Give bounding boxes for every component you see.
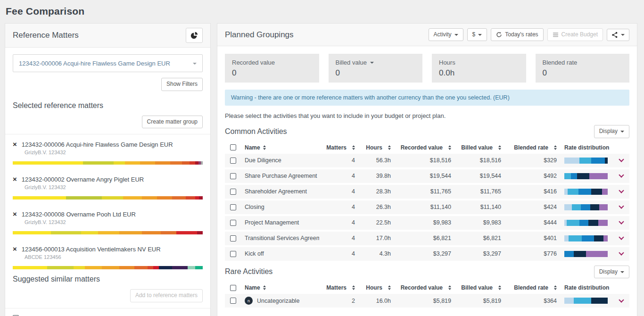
currency-dropdown-button[interactable]: $ [467, 28, 487, 42]
suggested-matters-heading: Suggested similar matters [13, 275, 203, 283]
chevron-down-icon [619, 234, 624, 240]
sort-icon [498, 145, 501, 150]
todays-rates-button[interactable]: Today's rates [491, 28, 543, 42]
expand-row-button[interactable] [613, 247, 629, 261]
billed-value: $11,140 [455, 204, 505, 210]
share-button[interactable] [607, 29, 629, 41]
row-checkbox[interactable] [230, 220, 236, 226]
expand-row-button[interactable] [613, 232, 629, 245]
activity-dropdown-button[interactable]: Activity [429, 28, 463, 42]
matter-client: ABCDE 123456 [25, 254, 203, 260]
chevron-down-icon [619, 188, 624, 193]
hours-value: 56.3h [359, 157, 395, 164]
reference-matter-select[interactable]: 123432-000006 Acqui-hire Flawless Game D… [13, 54, 203, 72]
create-budget-button[interactable]: Create Budget [547, 28, 603, 42]
distribution-bar [564, 158, 608, 164]
stat-value: 0 [336, 68, 416, 78]
row-checkbox[interactable] [230, 235, 236, 241]
row-checkbox[interactable] [230, 158, 236, 164]
matter-title: 123432-000002 Overname Angry Piglet EUR [22, 176, 144, 183]
chevron-down-icon [193, 63, 197, 65]
remove-matter-icon[interactable]: × [13, 246, 17, 252]
remove-matter-icon[interactable]: × [13, 176, 17, 182]
matter-client: GrizlyB.V. 123432 [25, 219, 203, 225]
column-header-billed-value[interactable]: Billed value [455, 144, 505, 151]
expand-row-button[interactable] [613, 216, 629, 230]
matter-item: 123432-000004 Acqui-hire Donkey Kong GBP… [13, 308, 203, 316]
currency-warning: Warning - there are one or more referenc… [225, 90, 629, 106]
column-header-blended-rate[interactable]: Blended rate [505, 284, 561, 291]
toolbar: Activity $ Today [429, 28, 629, 42]
recorded-value: $6,821 [395, 235, 455, 241]
column-header-matters[interactable]: Matters [319, 284, 359, 291]
distribution-bar [564, 235, 608, 241]
currency-label: $ [472, 31, 476, 39]
chevron-down-icon[interactable] [370, 62, 374, 64]
select-all-checkbox[interactable] [230, 144, 236, 150]
display-dropdown-button[interactable]: Display [594, 125, 629, 138]
column-header-rate-distribution: Rate distribution [561, 144, 613, 151]
remove-matter-icon[interactable]: × [13, 141, 17, 147]
recorded-value: $9,983 [395, 219, 455, 226]
recorded-value: $3,297 [395, 250, 455, 257]
remove-matter-icon[interactable]: × [13, 211, 17, 217]
show-filters-button[interactable]: Show Filters [161, 78, 203, 91]
column-header-hours[interactable]: Hours [359, 284, 395, 291]
matters-value: 4 [319, 219, 359, 226]
column-header-hours[interactable]: Hours [359, 144, 395, 151]
add-to-reference-button[interactable]: Add to reference matters [130, 289, 203, 302]
category-badge: n [245, 297, 253, 305]
expand-row-button[interactable] [613, 185, 629, 199]
sort-icon [388, 285, 391, 290]
column-header-name[interactable]: Name [241, 144, 319, 151]
activity-name: nUncategorizable [241, 297, 319, 305]
column-header-blended-rate[interactable]: Blended rate [505, 144, 561, 151]
matter-client: GrizlyB.V. 123432 [25, 184, 203, 190]
billed-value: $11,765 [455, 188, 505, 195]
row-checkbox[interactable] [230, 251, 236, 257]
expand-row-button[interactable] [613, 294, 629, 308]
column-header-recorded-value[interactable]: Recorded value [395, 284, 455, 291]
distribution-bar [564, 251, 608, 257]
stat-hours: Hours 0.0h [432, 54, 526, 83]
refresh-icon [496, 32, 502, 38]
blended-value: $492 [505, 173, 561, 179]
pie-chart-button[interactable] [186, 28, 203, 43]
column-header-name[interactable]: Name [241, 284, 319, 291]
recorded-value: $11,765 [395, 188, 455, 195]
distribution-bar [564, 173, 608, 179]
display-dropdown-button[interactable]: Display [594, 266, 629, 279]
share-icon [611, 32, 618, 38]
blended-value: $424 [505, 204, 561, 210]
recorded-value: $11,140 [395, 204, 455, 210]
create-matter-group-button[interactable]: Create matter group [142, 116, 203, 129]
stat-value: 0 [232, 68, 312, 78]
hours-value: 16.0h [359, 298, 395, 304]
chevron-down-icon [619, 172, 624, 177]
stat-label: Hours [439, 59, 519, 66]
column-header-billed-value[interactable]: Billed value [455, 284, 505, 291]
matters-value: 2 [319, 298, 359, 304]
distribution-bar [13, 231, 203, 234]
matter-item: ×123432-000002 Overname Angry Piglet EUR… [13, 169, 203, 200]
row-checkbox[interactable] [230, 189, 236, 195]
selected-matters-heading: Selected reference matters [13, 101, 203, 110]
billed-value: $9,983 [455, 219, 505, 226]
row-checkbox[interactable] [230, 204, 236, 210]
stat-billed-value: Billed value 0 [329, 54, 423, 83]
row-checkbox[interactable] [230, 173, 236, 179]
column-header-matters[interactable]: Matters [319, 144, 359, 151]
expand-row-button[interactable] [613, 154, 629, 167]
chevron-down-icon [619, 297, 624, 302]
row-checkbox[interactable] [230, 298, 236, 304]
stat-blended-rate: Blended rate 0 [536, 54, 630, 83]
column-header-recorded-value[interactable]: Recorded value [395, 144, 455, 151]
blended-value: $364 [505, 298, 561, 304]
expand-row-button[interactable] [613, 169, 629, 183]
sort-icon [263, 145, 266, 150]
activity-name: Transitional Services Agreement [241, 235, 319, 241]
select-all-checkbox[interactable] [230, 285, 236, 291]
distribution-bar [13, 266, 203, 269]
matter-item: ×123456-000013 Acquisition Ventielmakers… [13, 239, 203, 269]
expand-row-button[interactable] [613, 200, 629, 214]
